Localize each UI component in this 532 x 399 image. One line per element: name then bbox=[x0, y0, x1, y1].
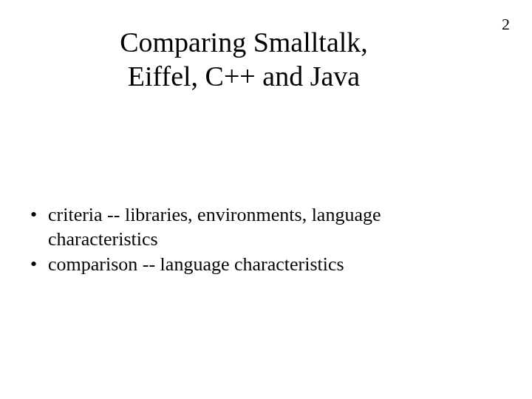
page-number: 2 bbox=[502, 15, 510, 34]
list-item: criteria -- libraries, environments, lan… bbox=[26, 203, 495, 251]
list-item: comparison -- language characteristics bbox=[26, 253, 495, 277]
bullet-list: criteria -- libraries, environments, lan… bbox=[26, 203, 495, 279]
slide-title: Comparing Smalltalk, Eiffel, C++ and Jav… bbox=[81, 26, 406, 93]
